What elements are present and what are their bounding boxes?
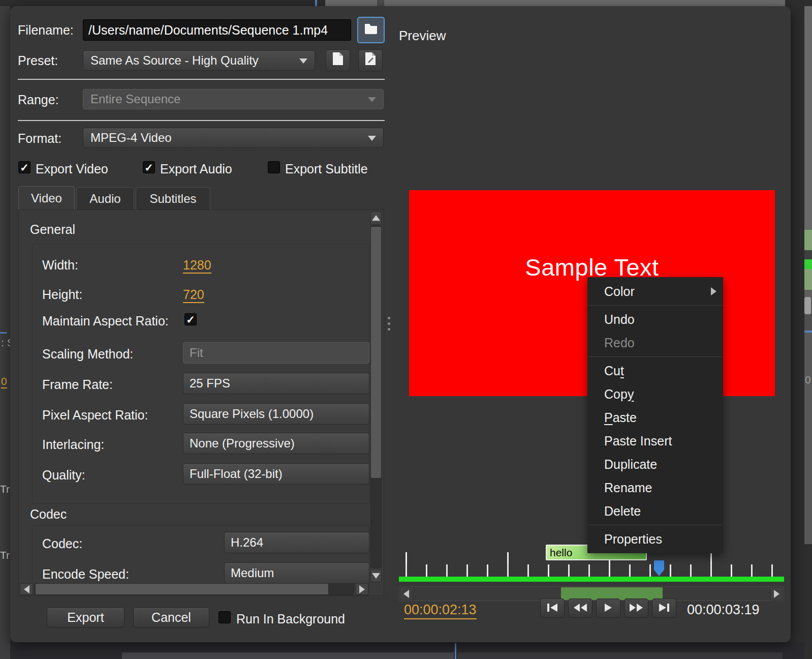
quality-label: Quality: <box>42 468 85 483</box>
export-subtitle-checkbox[interactable] <box>268 161 280 173</box>
play-button[interactable] <box>596 598 620 618</box>
scroll-right-button[interactable] <box>355 583 368 595</box>
save-preset-button[interactable] <box>358 49 383 71</box>
rewind-button[interactable] <box>568 598 592 618</box>
quality-select[interactable]: Full-Float (32-bit) <box>183 463 369 485</box>
arrow-left-icon <box>24 585 29 593</box>
encode-speed-select[interactable]: Medium <box>224 562 369 584</box>
browse-file-button[interactable] <box>357 17 385 43</box>
background-block <box>804 314 812 331</box>
filename-input[interactable]: /Users/name/Documents/Sequence 1.mp4 <box>83 19 351 41</box>
ruler-minor-ticks <box>399 564 784 577</box>
width-label: Width: <box>42 258 78 273</box>
width-value-link[interactable]: 1280 <box>183 258 211 274</box>
scroll-left-button[interactable] <box>20 583 33 595</box>
menu-item-label: Paste <box>604 410 637 425</box>
load-preset-button[interactable] <box>326 49 350 71</box>
filename-label: Filename: <box>18 23 74 38</box>
vertical-scrollbar-thumb[interactable] <box>370 226 382 478</box>
splitter-handle[interactable] <box>387 315 391 339</box>
tab-label: Video <box>31 191 62 205</box>
menu-item-paste[interactable]: Paste <box>587 406 723 429</box>
menu-item-label: Rename <box>604 481 652 495</box>
menu-item-label: Cut <box>604 364 624 378</box>
maintain-aspect-ratio-checkbox[interactable]: ✓ <box>184 313 197 325</box>
check-icon: ✓ <box>144 162 153 173</box>
tab-audio[interactable]: Audio <box>76 187 134 209</box>
maintain-aspect-ratio-label: Maintain Aspect Ratio: <box>42 314 169 328</box>
fast-forward-icon <box>629 601 643 616</box>
frame-rate-label: Frame Rate: <box>42 377 113 392</box>
background-fragment: Tr <box>0 549 10 561</box>
arrow-right-icon <box>774 590 779 598</box>
menu-item-properties[interactable]: Properties <box>587 527 723 551</box>
document-icon <box>332 52 343 69</box>
menu-item-redo: Redo <box>587 331 723 354</box>
splitter-dot <box>388 322 390 325</box>
export-video-checkbox[interactable]: ✓ <box>18 161 30 173</box>
range-label: Range: <box>18 93 59 107</box>
menu-item-paste-insert[interactable]: Paste Insert <box>587 429 723 453</box>
background-block <box>804 6 812 230</box>
horizontal-scrollbar-thumb[interactable] <box>35 583 329 595</box>
format-value: MPEG-4 Video <box>90 131 172 145</box>
rewind-icon <box>573 601 587 616</box>
fast-forward-button[interactable] <box>624 598 648 618</box>
preset-select[interactable]: Same As Source - High Quality <box>83 50 315 71</box>
codec-section-title: Codec <box>30 507 67 522</box>
scroll-left-button[interactable] <box>399 587 413 601</box>
go-to-start-button[interactable] <box>540 598 565 618</box>
tab-label: Audio <box>89 192 120 206</box>
menu-item-label: Color <box>604 284 635 299</box>
menu-item-label: Redo <box>604 336 635 350</box>
format-select[interactable]: MPEG-4 Video <box>83 128 384 148</box>
separator <box>18 120 385 121</box>
menu-item-duplicate[interactable]: Duplicate <box>587 453 723 476</box>
document-edit-icon <box>365 52 376 69</box>
range-select: Entire Sequence <box>83 89 384 109</box>
menu-item-label: Copy <box>604 387 634 402</box>
codec-select[interactable]: H.264 <box>224 532 369 553</box>
export-button[interactable]: Export <box>47 607 124 627</box>
cancel-button[interactable]: Cancel <box>133 607 209 627</box>
scroll-right-button[interactable] <box>770 587 784 601</box>
export-video-label: Export Video <box>36 162 108 176</box>
menu-item-rename[interactable]: Rename <box>587 476 723 499</box>
background-blue-line <box>455 643 456 659</box>
current-timecode[interactable]: 00:00:02:13 <box>404 602 477 619</box>
go-to-end-button[interactable] <box>652 598 676 618</box>
background-block <box>457 652 783 659</box>
encode-speed-label: Encode Speed: <box>42 567 129 582</box>
height-value-link[interactable]: 720 <box>183 287 204 303</box>
pixel-aspect-ratio-label: Pixel Aspect Ratio: <box>42 408 148 423</box>
video-settings-panel: General Width: 1280 Height: 720 Maintain… <box>18 209 384 596</box>
pixel-aspect-ratio-select[interactable]: Square Pixels (1.0000) <box>183 403 369 425</box>
tab-video[interactable]: Video <box>18 186 75 209</box>
export-subtitle-label: Export Subtitle <box>285 162 368 176</box>
menu-item-delete[interactable]: Delete <box>587 499 723 523</box>
context-menu: Color Undo Redo Cut Copy Paste Paste Ins… <box>587 277 723 553</box>
scaling-method-label: Scaling Method: <box>42 347 133 362</box>
run-in-background-checkbox[interactable] <box>218 611 231 623</box>
chevron-down-icon <box>368 97 376 102</box>
check-icon: ✓ <box>186 314 195 325</box>
frame-rate-select[interactable]: 25 FPS <box>183 373 369 394</box>
folder-icon <box>364 22 378 38</box>
timeline-range-bar <box>399 577 784 582</box>
scroll-up-button[interactable] <box>370 211 382 224</box>
menu-item-cut[interactable]: Cut <box>587 359 723 382</box>
menu-item-label: Paste Insert <box>604 434 672 448</box>
tab-subtitles[interactable]: Subtitles <box>136 187 210 209</box>
run-in-background-label: Run In Background <box>236 612 345 626</box>
menu-item-color[interactable]: Color <box>587 280 723 303</box>
chevron-down-icon <box>299 58 307 64</box>
background-fragment: Tr <box>0 483 10 495</box>
background-panel-notch <box>377 0 384 6</box>
menu-item-undo[interactable]: Undo <box>587 308 723 331</box>
export-audio-checkbox[interactable]: ✓ <box>143 161 155 173</box>
screen: : S 0 Tr Tr 0: Filename: /Users/name/Doc… <box>0 0 812 659</box>
menu-item-copy[interactable]: Copy <box>587 382 723 406</box>
scroll-down-button[interactable] <box>370 569 382 582</box>
arrow-up-icon <box>372 215 380 221</box>
interlacing-select[interactable]: None (Progressive) <box>183 433 369 454</box>
